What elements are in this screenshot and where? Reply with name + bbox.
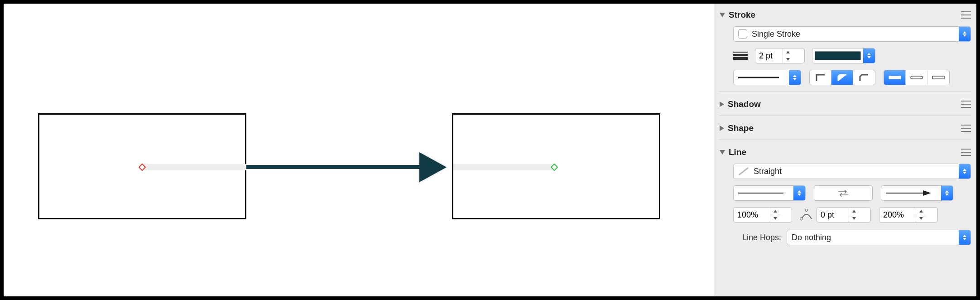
disclosure-triangle-icon[interactable] — [720, 102, 724, 107]
svg-rect-1 — [889, 76, 901, 79]
stepper-icon[interactable] — [849, 208, 859, 222]
line-start-scale-input[interactable] — [734, 210, 770, 220]
disclosure-triangle-icon[interactable] — [720, 126, 724, 131]
dropdown-arrows-icon[interactable] — [793, 186, 805, 200]
line-hops-value: Do nothing — [792, 233, 831, 242]
line-reverse-button[interactable] — [814, 185, 873, 201]
dropdown-arrows-icon[interactable] — [941, 186, 953, 200]
dropdown-arrows-icon[interactable] — [789, 70, 801, 85]
cap-round-option[interactable] — [906, 70, 927, 85]
section-menu-icon[interactable] — [961, 101, 971, 108]
connector-arrowhead[interactable] — [419, 152, 447, 182]
dropdown-arrows-icon[interactable] — [959, 27, 970, 41]
section-title: Stroke — [729, 10, 957, 20]
line-hops-label: Line Hops: — [742, 233, 781, 242]
bezier-midpoint-icon — [800, 209, 813, 221]
section-menu-icon[interactable] — [961, 125, 971, 132]
canvas[interactable] — [4, 4, 714, 296]
line-start-scale-field[interactable] — [733, 207, 792, 223]
dropdown-arrows-icon[interactable] — [959, 230, 970, 245]
section-header-stroke[interactable]: Stroke — [720, 7, 971, 22]
stroke-corner-segmented[interactable] — [809, 70, 875, 85]
section-title: Shape — [728, 123, 957, 133]
svg-rect-8 — [805, 209, 808, 212]
stroke-cap-segmented[interactable] — [884, 70, 950, 85]
line-hops-popup[interactable]: Do nothing — [787, 230, 971, 245]
disclosure-triangle-icon[interactable] — [720, 13, 725, 17]
dropdown-arrows-icon[interactable] — [959, 164, 970, 179]
stepper-icon[interactable] — [783, 48, 793, 63]
stepper-icon[interactable] — [916, 208, 926, 222]
svg-rect-3 — [932, 76, 944, 79]
connection-magnet-bar-right — [453, 164, 552, 170]
disclosure-triangle-icon[interactable] — [720, 150, 725, 155]
line-end-arrow-popup[interactable] — [881, 185, 953, 201]
swap-arrows-icon — [814, 186, 872, 200]
stroke-enable-checkbox[interactable] — [738, 29, 747, 39]
cap-square-option[interactable] — [927, 70, 949, 85]
line-end-scale-field[interactable] — [879, 207, 938, 223]
section-header-shadow[interactable]: Shadow — [720, 97, 971, 111]
svg-rect-2 — [911, 76, 922, 79]
section-title: Line — [729, 147, 957, 157]
section-header-line[interactable]: Line — [720, 145, 971, 159]
section-menu-icon[interactable] — [961, 11, 971, 19]
corner-round-option[interactable] — [831, 70, 853, 85]
line-midpoint-offset-field[interactable] — [817, 207, 871, 223]
stroke-type-label: Single Stroke — [752, 29, 800, 39]
line-style-icon — [738, 167, 749, 176]
stroke-weight-icon — [733, 52, 748, 60]
line-style-popup[interactable]: Straight — [733, 164, 971, 179]
line-end-scale-input[interactable] — [879, 210, 916, 220]
connector-line[interactable] — [246, 165, 423, 169]
section-header-shape[interactable]: Shape — [720, 121, 971, 135]
section-menu-icon[interactable] — [961, 149, 971, 156]
line-midpoint-offset-input[interactable] — [817, 210, 849, 220]
stroke-weight-field[interactable] — [755, 48, 805, 63]
cap-butt-option[interactable] — [884, 70, 906, 85]
line-start-arrow-popup[interactable] — [733, 185, 806, 201]
stroke-dash-popup[interactable] — [733, 70, 801, 85]
stroke-type-popup[interactable]: Single Stroke — [733, 26, 971, 42]
stroke-color-popup[interactable] — [812, 48, 875, 63]
svg-line-4 — [740, 168, 748, 174]
inspector-panel: Stroke Single Stroke — [714, 4, 976, 296]
line-style-label: Straight — [754, 167, 782, 176]
corner-miter-option[interactable] — [810, 70, 831, 85]
stepper-icon[interactable] — [770, 208, 780, 222]
stroke-weight-input[interactable] — [755, 51, 783, 61]
stroke-color-swatch — [815, 51, 861, 60]
connection-magnet-bar-left — [139, 164, 246, 170]
section-title: Shadow — [728, 99, 957, 109]
corner-bevel-option[interactable] — [853, 70, 875, 85]
dropdown-arrows-icon[interactable] — [863, 48, 875, 63]
